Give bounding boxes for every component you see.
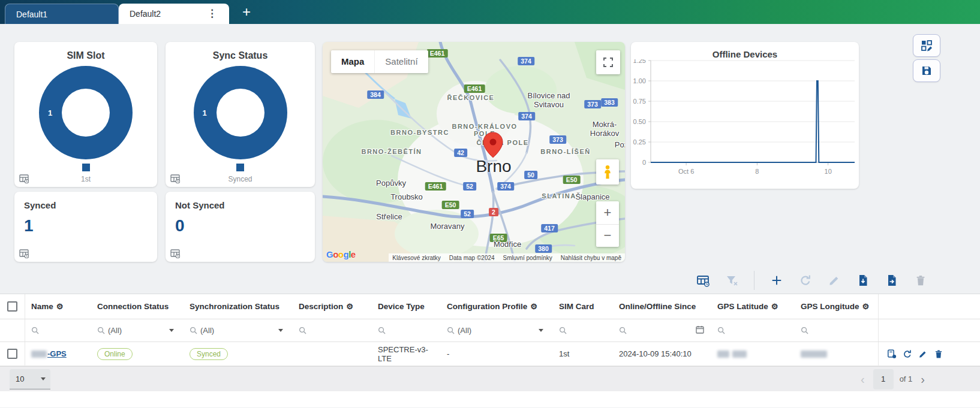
header-cell-actions — [878, 294, 980, 319]
column-header[interactable]: Online/Offline Since — [613, 294, 711, 319]
edit-device-button[interactable] — [828, 274, 841, 287]
filter-cell[interactable] — [372, 319, 441, 341]
offline-devices-line-chart[interactable]: 00.250.500.751.001.25Oct 6810 — [631, 59, 859, 182]
add-tab-button[interactable]: + — [236, 0, 257, 24]
widget-table-icon[interactable] — [19, 249, 29, 258]
widget-table-icon[interactable] — [170, 249, 180, 258]
edit-icon — [828, 274, 841, 287]
google-map[interactable]: E461374384E461ŘEČKOVICEBílovice nad Svit… — [323, 42, 625, 262]
delete-devices-button[interactable] — [914, 274, 927, 287]
device-config-icon — [887, 349, 897, 359]
cell-description — [293, 342, 372, 365]
gear-icon[interactable]: ⚙ — [771, 303, 778, 310]
filter-cell[interactable]: (All) — [441, 319, 553, 341]
date-filter-button[interactable] — [696, 325, 704, 336]
filter-cell[interactable] — [711, 319, 795, 341]
column-header[interactable]: Name⚙ — [25, 294, 91, 319]
filter-cell[interactable] — [553, 319, 613, 341]
chevron-down-icon[interactable] — [539, 329, 543, 332]
gear-icon[interactable]: ⚙ — [346, 303, 353, 310]
column-header[interactable]: GPS Latitude⚙ — [711, 294, 795, 319]
column-header[interactable]: Synchronization Status — [184, 294, 293, 319]
legend-label: Synced — [166, 175, 315, 183]
column-header-label: Connection Status — [97, 302, 169, 311]
filter-cell-checkbox — [0, 319, 25, 341]
column-header[interactable]: SIM Card — [553, 294, 613, 319]
clear-filters-button[interactable] — [725, 274, 738, 287]
map-type-satellite-button[interactable]: Satelitní — [374, 50, 428, 73]
gear-icon[interactable]: ⚙ — [862, 303, 870, 310]
map-marker-pin[interactable] — [482, 132, 504, 158]
column-header[interactable]: Description⚙ — [293, 294, 372, 319]
page-size-select[interactable]: 10 — [10, 369, 50, 389]
filter-cell[interactable]: (All) — [184, 319, 293, 341]
edit-device-row-button[interactable] — [918, 349, 928, 359]
fullscreen-icon — [603, 57, 614, 68]
edit-dashboard-button[interactable] — [913, 34, 940, 57]
column-header[interactable]: Configuration Profile⚙ — [441, 294, 553, 319]
donut-value: 1 — [203, 108, 207, 117]
export-devices-button[interactable] — [885, 274, 898, 287]
row-checkbox[interactable] — [7, 349, 17, 359]
cell-sim-card: 1st — [553, 342, 613, 365]
stat-title: Synced — [24, 200, 148, 210]
device-config-button[interactable] — [887, 349, 897, 359]
search-icon — [378, 327, 386, 334]
filter-cell[interactable] — [25, 319, 91, 341]
cell-connection-status: Online — [91, 342, 184, 365]
filter-cell-actions — [878, 319, 980, 341]
column-header[interactable]: GPS Longitude⚙ — [795, 294, 878, 319]
previous-page-button[interactable]: ‹ — [858, 373, 867, 385]
map-terms-link[interactable]: Smluvní podmínky — [503, 255, 552, 261]
map-fullscreen-button[interactable] — [596, 50, 620, 74]
map-report-link[interactable]: Nahlásit chybu v mapě — [561, 255, 621, 261]
table-columns-button[interactable] — [696, 274, 710, 287]
widget-table-icon[interactable] — [19, 174, 29, 183]
zoom-in-button[interactable]: + — [596, 201, 619, 225]
next-page-button[interactable]: › — [918, 373, 927, 385]
filter-select-value[interactable]: (All) — [200, 326, 214, 335]
filter-select-value[interactable]: (All) — [108, 326, 122, 335]
map-type-map-button[interactable]: Mapa — [331, 50, 374, 73]
chevron-down-icon[interactable] — [169, 329, 174, 332]
filter-cell[interactable]: (All) — [91, 319, 184, 341]
zoom-out-button[interactable]: − — [596, 225, 619, 247]
header-cell-checkbox — [0, 294, 25, 319]
sim-slot-donut-chart[interactable] — [39, 66, 133, 159]
restart-device-button[interactable] — [903, 349, 912, 359]
gear-icon[interactable]: ⚙ — [56, 303, 64, 310]
footer-strip — [0, 391, 980, 407]
redacted-text — [801, 350, 827, 358]
import-devices-button[interactable] — [856, 274, 870, 287]
current-page-box[interactable]: 1 — [873, 369, 894, 389]
filter-select-value[interactable]: (All) — [458, 326, 471, 335]
filter-cell[interactable] — [795, 319, 878, 341]
device-name-link[interactable]: -GPS — [31, 349, 67, 358]
filter-cell[interactable] — [293, 319, 372, 341]
device-name-suffix: -GPS — [47, 349, 67, 358]
redacted-text — [31, 350, 47, 358]
widget-title: Sync Status — [166, 50, 315, 61]
street-view-pegman-button[interactable] — [596, 159, 619, 185]
widget-table-icon[interactable] — [170, 174, 180, 183]
sync-status-donut-chart[interactable] — [194, 66, 287, 159]
delete-device-row-button[interactable] — [934, 349, 943, 359]
column-header-label: GPS Latitude — [717, 302, 768, 311]
search-icon — [801, 327, 808, 334]
add-device-button[interactable] — [770, 274, 783, 287]
tab-default2[interactable]: Default2 ⋮ — [119, 4, 229, 24]
map-shortcuts-link[interactable]: Klávesové zkratky — [392, 255, 441, 261]
widget-map: E461374384E461ŘEČKOVICEBílovice nad Svit… — [323, 42, 625, 262]
column-header[interactable]: Device Type — [372, 294, 441, 319]
filter-cell[interactable] — [613, 319, 711, 341]
column-header[interactable]: Connection Status — [91, 294, 184, 319]
donut-legend[interactable]: Synced — [166, 163, 315, 183]
donut-legend[interactable]: 1st — [14, 163, 157, 183]
select-all-checkbox[interactable] — [7, 301, 17, 312]
refresh-device-button[interactable] — [799, 274, 812, 287]
save-dashboard-button[interactable] — [913, 59, 940, 82]
gear-icon[interactable]: ⚙ — [530, 303, 537, 310]
tab-default1[interactable]: Default1 — [5, 4, 119, 24]
tab-menu-icon[interactable]: ⋮ — [206, 4, 218, 24]
chevron-down-icon[interactable] — [278, 329, 283, 332]
